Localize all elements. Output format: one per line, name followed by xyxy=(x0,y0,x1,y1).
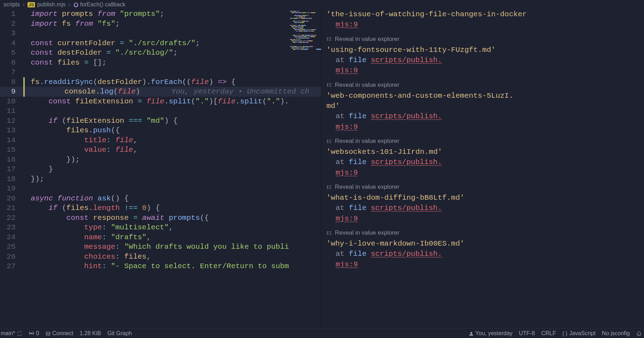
line-number[interactable]: 18 xyxy=(0,174,25,184)
code-line[interactable]: 9💡 console.log(file) You, yesterday • Un… xyxy=(0,87,321,97)
line-number[interactable]: 19 xyxy=(0,184,25,194)
code-content[interactable]: choices: files, xyxy=(25,252,321,262)
line-number[interactable]: 1 xyxy=(0,9,25,19)
status-jsconfig[interactable]: No jsconfig xyxy=(602,330,630,337)
status-filesize[interactable]: 1.28 KiB xyxy=(79,330,101,337)
source-link[interactable]: mjs:9 xyxy=(336,66,358,74)
code-content[interactable]: if (fileExtension === "md") { xyxy=(25,116,321,126)
line-number[interactable]: 24 xyxy=(0,233,25,242)
inline-blame[interactable]: You, yesterday • Uncommitted ch xyxy=(140,87,309,96)
code-content[interactable]: const currentFolder = "./src/drafts/"; xyxy=(25,38,321,48)
status-notifications[interactable] xyxy=(636,330,642,336)
code-content[interactable]: import fs from "fs"; xyxy=(25,19,321,29)
code-line[interactable]: 25 message: "Which drafts would you like… xyxy=(0,242,321,252)
line-number[interactable]: 15 xyxy=(0,145,25,155)
breadcrumb-file[interactable]: publish.mjs xyxy=(37,1,65,8)
line-number[interactable]: 22 xyxy=(0,213,25,223)
line-number[interactable]: 25 xyxy=(0,242,25,252)
status-encoding[interactable]: UTF-8 xyxy=(519,330,535,337)
code-line[interactable]: 14 title: file, xyxy=(0,135,321,145)
code-content[interactable]: fs.readdirSync(destFolder).forEach((file… xyxy=(25,77,321,87)
line-number[interactable]: 4 xyxy=(0,38,25,48)
line-number[interactable]: 27 xyxy=(0,261,25,271)
code-content[interactable]: type: "multiselect", xyxy=(25,223,321,233)
code-line[interactable]: 17 } xyxy=(0,164,321,174)
code-line[interactable]: 10 const fileExtension = file.split(".")… xyxy=(0,97,321,107)
line-number[interactable]: 12 xyxy=(0,116,25,126)
source-link[interactable]: scripts/publish. xyxy=(371,111,442,121)
code-line[interactable]: 20async function ask() { xyxy=(0,194,321,204)
code-line[interactable]: 21 if (files.length !== 0) { xyxy=(0,203,321,213)
reveal-in-explorer[interactable]: Reveal in value explorer xyxy=(326,81,639,89)
line-number[interactable]: 3 xyxy=(0,29,25,38)
status-branch[interactable]: main* xyxy=(2,330,22,337)
code-line[interactable]: 12 if (fileExtension === "md") { xyxy=(0,116,321,126)
code-line[interactable]: 1import prompts from "prompts"; xyxy=(0,9,321,19)
breadcrumb-folder[interactable]: scripts xyxy=(4,1,20,8)
line-number[interactable]: 21 xyxy=(0,203,25,213)
reveal-in-explorer[interactable]: Reveal in value explorer xyxy=(326,35,639,43)
reveal-in-explorer[interactable]: Reveal in value explorer xyxy=(326,183,639,191)
code-line[interactable]: 15 value: file, xyxy=(0,145,321,155)
code-content[interactable]: import prompts from "prompts"; xyxy=(25,9,321,19)
source-link[interactable]: scripts/publish. xyxy=(371,55,442,65)
code-content[interactable]: if (files.length !== 0) { xyxy=(25,203,321,213)
status-eol[interactable]: CRLF xyxy=(541,330,556,337)
line-number[interactable]: 16 xyxy=(0,155,25,165)
status-broadcast[interactable]: 0 xyxy=(29,330,39,336)
source-link[interactable]: scripts/publish. xyxy=(371,157,442,167)
line-number[interactable]: 14 xyxy=(0,135,25,145)
code-line[interactable]: 4const currentFolder = "./src/drafts/"; xyxy=(0,38,321,48)
code-content[interactable]: }); xyxy=(25,155,321,165)
code-line[interactable]: 6const files = []; xyxy=(0,58,321,68)
code-content[interactable]: name: "drafts", xyxy=(25,233,321,242)
code-line[interactable]: 26 choices: files, xyxy=(0,252,321,262)
code-line[interactable]: 13 files.push({ xyxy=(0,126,321,135)
source-link[interactable]: mjs:9 xyxy=(336,215,358,223)
line-number[interactable]: 9 xyxy=(0,87,25,97)
minimap[interactable] xyxy=(288,9,321,80)
status-git-graph[interactable]: Git Graph xyxy=(107,330,132,337)
line-number[interactable]: 5 xyxy=(0,48,25,58)
code-content[interactable] xyxy=(25,184,321,194)
code-content[interactable]: const fileExtension = file.split(".")[fi… xyxy=(25,97,321,107)
code-line[interactable]: 7 xyxy=(0,67,321,77)
line-number[interactable]: 20 xyxy=(0,194,25,204)
change-indicator[interactable] xyxy=(23,77,25,87)
status-connect[interactable]: Connect xyxy=(46,330,73,337)
code-content[interactable]: const response = await prompts({ xyxy=(25,213,321,223)
code-content[interactable]: message: "Which drafts would you like to… xyxy=(25,242,321,252)
code-content[interactable]: const files = []; xyxy=(25,58,321,68)
minimap-viewport-indicator[interactable] xyxy=(316,49,321,50)
source-link[interactable]: mjs:9 xyxy=(336,20,358,29)
change-indicator[interactable] xyxy=(23,87,25,97)
line-number[interactable]: 13 xyxy=(0,126,25,135)
code-content[interactable] xyxy=(25,67,321,77)
breadcrumb-symbol[interactable]: forEach() callback xyxy=(80,1,125,8)
code-line[interactable]: 19 xyxy=(0,184,321,194)
code-content[interactable]: const destFolder = "./src/blog/"; xyxy=(25,48,321,58)
code-content[interactable]: } xyxy=(25,164,321,174)
code-line[interactable]: 22 const response = await prompts({ xyxy=(0,213,321,223)
source-link[interactable]: mjs:9 xyxy=(336,260,358,268)
source-link[interactable]: scripts/publish. xyxy=(371,203,442,213)
code-content[interactable]: files.push({ xyxy=(25,126,321,135)
sync-icon[interactable] xyxy=(17,330,22,337)
code-line[interactable]: 3 xyxy=(0,29,321,38)
code-line[interactable]: 5const destFolder = "./src/blog/"; xyxy=(0,48,321,58)
code-line[interactable]: 2import fs from "fs"; xyxy=(0,19,321,29)
source-link[interactable]: scripts/publish. xyxy=(371,249,442,259)
code-line[interactable]: 27 hint: "- Space to select. Enter/Retur… xyxy=(0,261,321,271)
code-content[interactable]: async function ask() { xyxy=(25,194,321,204)
code-line[interactable]: 24 name: "drafts", xyxy=(0,233,321,242)
status-language[interactable]: { } JavaScript xyxy=(562,330,596,337)
line-number[interactable]: 6 xyxy=(0,58,25,68)
line-number[interactable]: 17 xyxy=(0,164,25,174)
line-number[interactable]: 10 xyxy=(0,97,25,107)
code-editor[interactable]: 1import prompts from "prompts";2import f… xyxy=(0,9,321,328)
code-line[interactable]: 23 type: "multiselect", xyxy=(0,223,321,233)
source-link[interactable]: mjs:9 xyxy=(336,169,358,177)
code-content[interactable] xyxy=(25,29,321,38)
code-content[interactable]: hint: "- Space to select. Enter/Return t… xyxy=(25,261,321,271)
code-content[interactable]: 💡 console.log(file) You, yesterday • Unc… xyxy=(25,87,321,97)
